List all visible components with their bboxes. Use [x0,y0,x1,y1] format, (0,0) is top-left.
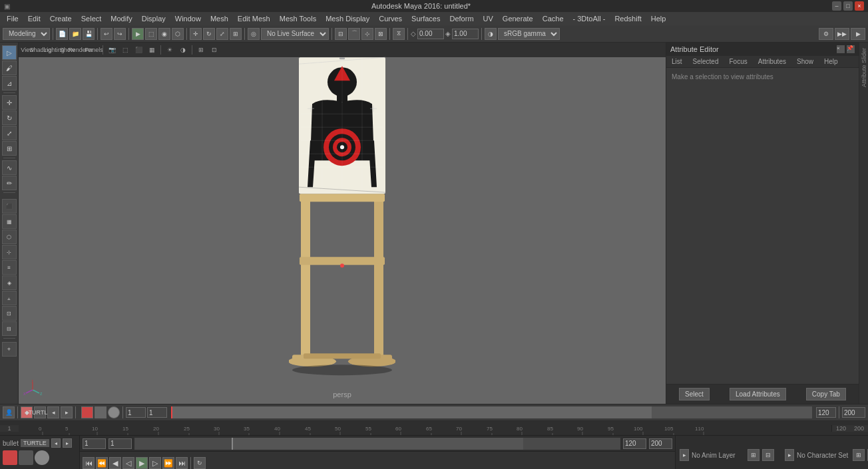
render-all-btn[interactable]: ▶▶ [835,28,849,40]
anim-swatch-1[interactable] [3,450,17,465]
next-key-btn[interactable]: ▸ [61,406,73,418]
ae-pin-btn[interactable]: 📌 [847,45,855,53]
next-anim-btn[interactable]: ▸ [63,438,72,448]
menu-uv[interactable]: UV [479,13,497,24]
start-frame-input[interactable] [126,407,146,418]
step-back-btn[interactable]: ◀ [109,457,121,469]
select-mode-btn[interactable]: ▶ [132,28,144,40]
value2-input[interactable] [452,29,479,39]
close-btn[interactable]: × [855,1,864,11]
comp-btn-9[interactable]: ⊟ [2,321,17,336]
soft-select-btn[interactable]: ⬡ [172,28,184,40]
color-swatch-2[interactable] [95,406,107,418]
snap-view-btn[interactable]: ⊠ [375,28,387,40]
menu-mesh[interactable]: Mesh [206,13,232,24]
play-back-btn[interactable]: ◁ [122,457,134,469]
undo-btn[interactable]: ↩ [101,28,112,40]
select-tool-btn[interactable]: ▷ [2,45,17,60]
ae-tab-list[interactable]: List [666,56,688,67]
paint-tool-btn[interactable]: 🖌 [2,61,17,75]
snap-curve-btn[interactable]: ⌒ [348,28,360,40]
window-controls[interactable]: – □ × [832,1,864,11]
scale-btn[interactable]: ⤢ [216,28,228,40]
menu-edit[interactable]: Edit [24,13,45,24]
anim-swatch-2[interactable] [19,450,33,465]
char-icon[interactable]: 👤 [3,406,15,418]
lt-extra-btn[interactable]: + [2,342,17,357]
prev-anim-btn[interactable]: ◂ [51,438,61,448]
snap-grid-btn[interactable]: ⊟ [335,28,347,40]
scale-tool-btn[interactable]: ⤢ [2,126,17,140]
move-tool-btn[interactable]: ✛ [2,95,17,110]
char-set-btn-1[interactable]: ⊞ [853,449,865,461]
frame-current-input[interactable] [108,438,132,449]
char-set-expand-btn[interactable]: ▸ [785,449,794,461]
ae-copy-tab-btn[interactable]: Copy Tab [806,388,846,400]
menu-cache[interactable]: Cache [539,13,568,24]
open-file-btn[interactable]: 📁 [69,28,81,40]
comp-btn-1[interactable]: ⬛ [2,199,17,214]
menu-select[interactable]: Select [77,13,106,24]
comp-btn-7[interactable]: ⟁ [2,291,17,305]
frame-out-input[interactable] [649,438,672,449]
menu-help[interactable]: Help [647,13,670,24]
vp-cam-btn[interactable]: 📷 [106,45,118,55]
mode-dropdown[interactable]: Modeling [3,28,50,40]
ae-tab-focus[interactable]: Focus [724,56,752,67]
frame-end-input[interactable] [623,438,646,449]
menu-create[interactable]: Create [46,13,76,24]
prev-frame-btn[interactable]: ⏪ [96,457,108,469]
maximize-btn[interactable]: □ [843,1,853,11]
comp-btn-8[interactable]: ⊡ [2,306,17,321]
range-end-input[interactable] [816,407,836,418]
menu-generate[interactable]: Generate [499,13,537,24]
live-surface-dropdown[interactable]: No Live Surface [261,28,329,40]
anim-swatch-3[interactable] [35,450,49,465]
play-fwd-btn[interactable]: ▶ [136,457,148,469]
comp-btn-2[interactable]: ▦ [2,214,17,229]
paint-select-btn[interactable]: ◉ [158,28,170,40]
color-swatch-1[interactable] [81,406,93,418]
timeline-ruler[interactable]: 1 0 5 10 15 20 25 30 35 40 45 50 55 60 6… [0,421,868,436]
vp-lighting-btn[interactable]: Lighting [48,45,60,55]
vp-shadow-btn[interactable]: ◑ [177,45,189,55]
menu-modify[interactable]: Modify [107,13,136,24]
ae-tab-attributes[interactable]: Attributes [753,56,791,67]
end-frame-input[interactable] [147,407,167,418]
move-btn[interactable]: ✛ [190,28,202,40]
comp-btn-4[interactable]: ⊹ [2,245,17,259]
render-settings-btn[interactable]: ⚙ [819,28,833,40]
pencil-tool-btn[interactable]: ✏ [2,176,17,190]
ae-tab-help[interactable]: Help [819,56,843,67]
menu-display[interactable]: Display [138,13,170,24]
go-end-btn[interactable]: ⏭ [176,457,188,469]
vp-textured-btn[interactable]: ▦ [146,45,158,55]
menu-file[interactable]: File [3,13,23,24]
prev-key-btn[interactable]: ◂ [47,406,59,418]
color-swatch-3[interactable] [108,406,120,418]
menu-mesh-tools[interactable]: Mesh Tools [276,13,320,24]
go-start-btn[interactable]: ⏮ [83,457,95,469]
universal-btn[interactable]: ⊞ [230,28,242,40]
menu-surfaces[interactable]: Surfaces [407,13,444,24]
universal-tool-btn[interactable]: ⊞ [2,141,17,156]
vp-wireframe-btn[interactable]: ⬚ [119,45,131,55]
colorspace-dropdown[interactable]: sRGB gamma [498,28,560,40]
menu-3dtoall[interactable]: - 3DtoAll - [569,13,610,24]
viewport[interactable]: View Shading Lighting Show Renderer Pane… [19,43,666,404]
snap-point-btn[interactable]: ⊹ [361,28,373,40]
ae-load-btn[interactable]: Load Attributes [730,388,786,400]
vp-hud-btn[interactable]: ⊡ [208,45,220,55]
lasso-btn[interactable]: ⬚ [145,28,157,40]
frame-start-input[interactable] [83,438,106,449]
anim-layer-btn-1[interactable]: ⊞ [748,449,760,461]
curve-tool-btn[interactable]: ∿ [2,160,17,175]
timeline-playhead[interactable] [171,406,172,418]
ae-close-btn[interactable]: × [837,45,845,53]
value1-input[interactable] [417,29,444,39]
comp-btn-3[interactable]: ⬡ [2,230,17,244]
vp-grid-btn[interactable]: ⊞ [195,45,207,55]
vp-shaded-btn[interactable]: ⬛ [132,45,144,55]
new-file-btn[interactable]: 📄 [56,28,68,40]
minimize-btn[interactable]: – [832,1,841,11]
